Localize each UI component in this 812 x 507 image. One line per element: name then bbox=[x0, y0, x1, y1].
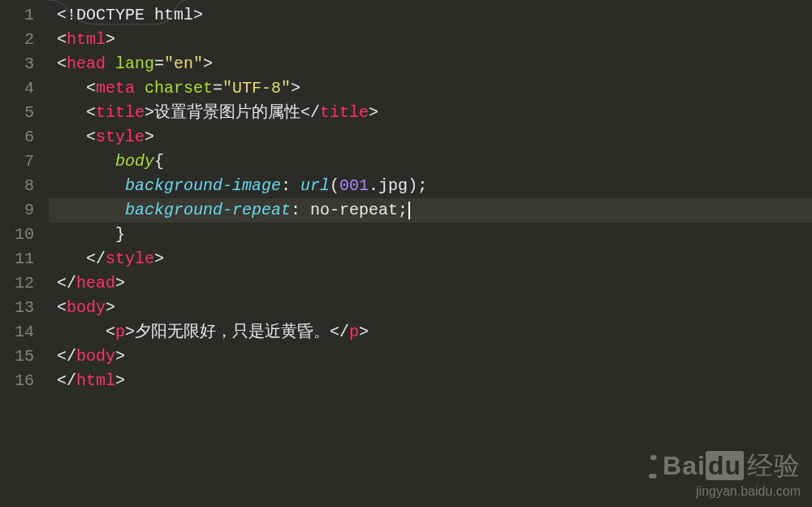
code-token: } bbox=[115, 225, 125, 244]
text-cursor bbox=[408, 202, 410, 219]
code-token: html bbox=[67, 30, 106, 49]
code-token: </ bbox=[86, 249, 106, 268]
code-token: > bbox=[106, 30, 115, 49]
code-token: p bbox=[349, 323, 359, 341]
code-line[interactable]: <head lang="en"> bbox=[49, 52, 812, 76]
line-number: 9 bbox=[0, 198, 49, 223]
code-token bbox=[57, 176, 125, 195]
code-token: > bbox=[359, 323, 369, 341]
code-token: .jpg bbox=[369, 176, 408, 195]
code-token: title bbox=[96, 103, 145, 122]
code-token: head bbox=[76, 274, 115, 292]
code-token: 001 bbox=[339, 176, 369, 195]
code-line[interactable]: </body> bbox=[49, 344, 812, 369]
code-token: < bbox=[57, 54, 67, 73]
code-token: p bbox=[115, 323, 125, 341]
code-token: > bbox=[106, 298, 115, 317]
code-line[interactable]: </head> bbox=[49, 271, 812, 296]
line-number: 16 bbox=[0, 369, 49, 393]
code-token: : bbox=[281, 176, 300, 195]
line-number: 15 bbox=[0, 344, 49, 369]
code-token: body bbox=[115, 152, 154, 171]
code-token: style bbox=[96, 128, 145, 146]
code-token: </ bbox=[57, 274, 76, 292]
code-token: background-repeat bbox=[125, 201, 291, 219]
code-token bbox=[57, 249, 86, 268]
code-token bbox=[57, 152, 115, 171]
code-token: meta bbox=[96, 79, 135, 98]
code-token: = bbox=[154, 54, 164, 73]
code-token: body bbox=[67, 298, 106, 317]
code-token bbox=[57, 79, 86, 98]
code-token: > bbox=[145, 128, 154, 146]
line-number: 11 bbox=[0, 247, 49, 271]
code-token: 设置背景图片的属性 bbox=[154, 103, 300, 122]
code-token: style bbox=[106, 249, 154, 268]
code-token bbox=[57, 225, 115, 244]
code-token: ; bbox=[398, 201, 408, 219]
code-token: lang bbox=[115, 54, 154, 73]
code-token bbox=[57, 201, 125, 219]
code-token: > bbox=[203, 54, 213, 73]
code-token: > bbox=[115, 347, 125, 366]
code-line[interactable]: <p>夕阳无限好，只是近黄昏。</p> bbox=[49, 320, 812, 344]
code-token: body bbox=[76, 347, 115, 366]
code-line[interactable]: <html> bbox=[49, 28, 812, 52]
line-number: 13 bbox=[0, 296, 49, 320]
code-token: background-image bbox=[125, 176, 281, 195]
line-number-gutter: 12345678910111213141516 bbox=[0, 0, 49, 507]
code-token: charset bbox=[145, 79, 213, 98]
code-token: > bbox=[115, 274, 125, 292]
code-token bbox=[106, 54, 115, 73]
code-token: 夕阳无限好，只是近黄昏。 bbox=[135, 323, 330, 341]
code-line[interactable]: background-image: url(001.jpg); bbox=[49, 174, 812, 198]
code-token bbox=[57, 128, 86, 146]
code-token bbox=[135, 79, 145, 98]
code-token: = bbox=[213, 79, 222, 98]
code-token: < bbox=[86, 103, 96, 122]
code-token: url bbox=[300, 176, 330, 195]
code-token: > bbox=[291, 79, 300, 98]
code-line[interactable]: <body> bbox=[49, 296, 812, 320]
code-token: </ bbox=[300, 103, 320, 122]
line-number: 3 bbox=[0, 52, 49, 76]
code-token: html bbox=[76, 371, 115, 390]
code-token: </ bbox=[330, 323, 349, 341]
line-number: 8 bbox=[0, 174, 49, 198]
code-token: > bbox=[145, 103, 154, 122]
code-area[interactable]: <!DOCTYPE html><html><head lang="en"> <m… bbox=[49, 0, 812, 507]
code-line[interactable]: <meta charset="UTF-8"> bbox=[49, 76, 812, 101]
line-number: 1 bbox=[0, 3, 49, 28]
code-line[interactable]: background-repeat: no-repeat; bbox=[49, 198, 812, 223]
code-editor[interactable]: 12345678910111213141516 <!DOCTYPE html><… bbox=[0, 0, 812, 507]
code-token: <! bbox=[57, 6, 76, 24]
code-line[interactable]: <style> bbox=[49, 125, 812, 150]
code-token: title bbox=[320, 103, 369, 122]
code-line[interactable]: body{ bbox=[49, 150, 812, 174]
code-line[interactable]: <title>设置背景图片的属性</title> bbox=[49, 101, 812, 125]
code-token: no-repeat bbox=[310, 201, 398, 219]
code-token: < bbox=[57, 30, 67, 49]
code-token bbox=[57, 103, 86, 122]
code-token: < bbox=[106, 323, 115, 341]
code-token: { bbox=[154, 152, 164, 171]
line-number: 4 bbox=[0, 76, 49, 101]
code-line[interactable]: </style> bbox=[49, 247, 812, 271]
line-number: 2 bbox=[0, 28, 49, 52]
code-token: </ bbox=[57, 347, 76, 366]
code-line[interactable]: <!DOCTYPE html> bbox=[49, 3, 812, 28]
code-line[interactable]: </html> bbox=[49, 369, 812, 393]
code-token: </ bbox=[57, 371, 76, 390]
code-token: ); bbox=[408, 176, 427, 195]
line-number: 5 bbox=[0, 101, 49, 125]
code-token: "en" bbox=[164, 54, 203, 73]
line-number: 14 bbox=[0, 320, 49, 344]
code-line[interactable]: } bbox=[49, 223, 812, 247]
code-token: < bbox=[57, 298, 67, 317]
code-token: > bbox=[125, 323, 135, 341]
code-token: < bbox=[86, 79, 96, 98]
line-number: 12 bbox=[0, 271, 49, 296]
code-token: : bbox=[291, 201, 310, 219]
line-number: 6 bbox=[0, 125, 49, 150]
line-number: 10 bbox=[0, 223, 49, 247]
